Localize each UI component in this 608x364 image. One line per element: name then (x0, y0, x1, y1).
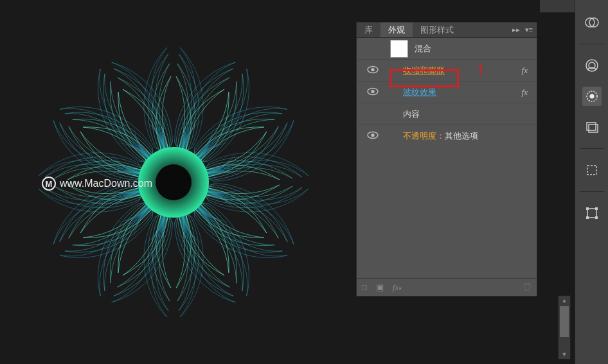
svg-point-7 (371, 134, 374, 137)
collapse-icon[interactable]: ▸▸ (512, 26, 520, 34)
row-content[interactable]: 内容 (357, 103, 537, 125)
no-stroke-icon[interactable]: □ (362, 282, 367, 292)
opacity-prefix: 不透明度： (403, 131, 445, 141)
scroll-thumb[interactable] (560, 306, 569, 337)
tab-appearance[interactable]: 外观 (380, 22, 413, 37)
opacity-suffix: 其他选项 (445, 131, 478, 141)
trash-icon[interactable] (523, 282, 532, 293)
svg-point-1 (156, 164, 192, 200)
svg-rect-18 (586, 207, 589, 210)
scroll-up-icon[interactable]: ▲ (559, 296, 570, 305)
watermark-text: www.MacDown.com (60, 178, 152, 189)
svg-point-13 (589, 94, 594, 99)
transform-icon[interactable] (582, 204, 602, 223)
scroll-down-icon[interactable]: ▼ (559, 350, 570, 359)
svg-rect-16 (587, 166, 596, 175)
svg-point-5 (371, 89, 374, 92)
svg-rect-21 (595, 216, 598, 219)
artboard-icon[interactable] (582, 160, 602, 180)
panel-menu-icon[interactable]: ▾≡ (525, 26, 533, 34)
tab-libraries[interactable]: 库 (357, 22, 380, 37)
row-opacity[interactable]: 不透明度：其他选项 (357, 125, 537, 147)
vertical-scrollbar[interactable]: ▲ ▼ (558, 295, 571, 360)
visibility-eye-icon[interactable] (367, 65, 379, 76)
right-dock (575, 0, 608, 364)
duplicate-icon[interactable]: ⧉ (508, 282, 514, 293)
row-effect-pucker-bloat[interactable]: 收缩和膨胀 fx (357, 60, 537, 82)
appearance-panel: 库 外观 图形样式 ▸▸ ▾≡ 混合 收缩和膨胀 fx (356, 22, 537, 297)
svg-rect-17 (587, 209, 596, 218)
annotation-arrow-icon: ↑ (476, 59, 485, 78)
cc-libraries-icon[interactable] (582, 56, 602, 75)
content-label: 内容 (390, 108, 532, 120)
watermark-logo-icon: M (42, 177, 56, 191)
appearance-icon[interactable] (582, 87, 602, 106)
effect-zigzag-label[interactable]: 波纹效果 (390, 87, 515, 98)
panel-bottom-bar: □ ▣ fx▾ ⊘ ⧉ (357, 278, 537, 296)
clear-appearance-icon[interactable]: ⊘ (492, 282, 499, 292)
fx-icon[interactable]: fx (522, 87, 528, 98)
svg-rect-14 (587, 123, 596, 130)
svg-rect-15 (589, 125, 598, 132)
svg-rect-20 (586, 216, 589, 219)
blend-icon[interactable] (582, 13, 602, 32)
blend-label: 混合 (415, 43, 532, 55)
visibility-eye-icon[interactable] (367, 131, 379, 141)
svg-rect-19 (595, 207, 598, 210)
panel-body: 混合 收缩和膨胀 fx 波纹效果 fx 内容 (357, 38, 537, 296)
graphic-styles-icon[interactable] (582, 117, 602, 137)
watermark: M www.MacDown.com (42, 177, 152, 191)
panel-tabs: 库 外观 图形样式 ▸▸ ▾≡ (357, 22, 537, 38)
fill-swatch[interactable] (390, 40, 408, 58)
svg-point-3 (371, 67, 374, 71)
fill-icon[interactable]: ▣ (376, 282, 384, 292)
tab-graphic-styles[interactable]: 图形样式 (413, 22, 461, 37)
row-blend[interactable]: 混合 (357, 38, 537, 60)
fx-icon[interactable]: fx (522, 65, 528, 76)
row-effect-zigzag[interactable]: 波纹效果 fx (357, 82, 537, 103)
visibility-eye-icon[interactable] (367, 87, 379, 98)
effect-pucker-bloat-label[interactable]: 收缩和膨胀 (390, 65, 515, 76)
add-fx-icon[interactable]: fx▾ (393, 282, 401, 293)
